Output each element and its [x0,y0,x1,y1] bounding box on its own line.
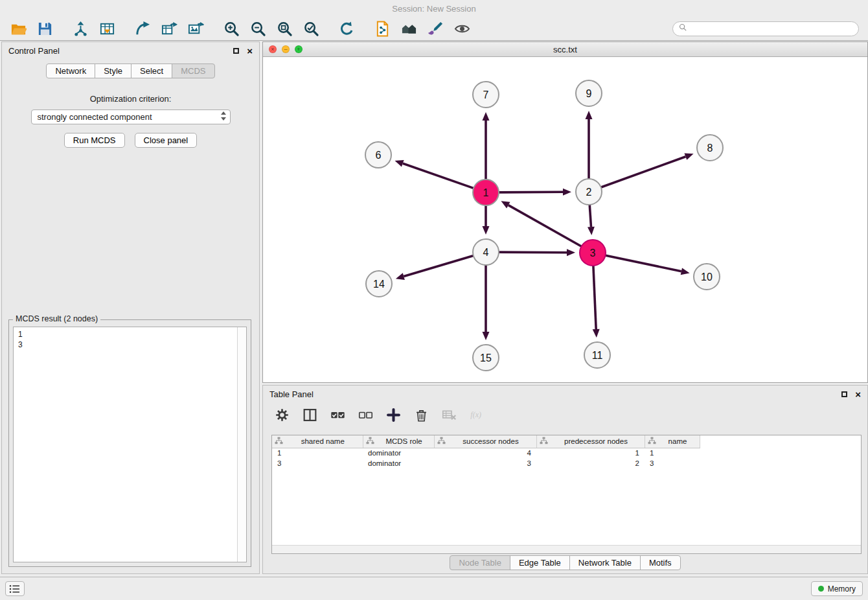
node-10[interactable]: 10 [694,264,720,290]
edge-4-3[interactable] [497,249,575,256]
mcds-result-area[interactable]: 13 [13,327,247,562]
import-network-icon[interactable] [71,19,89,38]
column-type-icon [366,437,374,446]
select-all-icon[interactable] [329,407,346,422]
toolbar-group [222,19,320,38]
table-cell[interactable]: dominator [363,448,434,458]
table-cell[interactable]: 3 [434,458,536,468]
close-window-icon[interactable] [269,45,277,53]
node-4[interactable]: 4 [473,239,499,265]
export-table-icon[interactable] [160,19,178,38]
node-11[interactable]: 11 [584,342,610,368]
deselect-all-icon[interactable] [357,407,374,422]
edge-3-11[interactable] [593,264,600,338]
float-panel-icon[interactable] [233,48,239,54]
column-header-predecessor-nodes[interactable]: predecessor nodes [536,435,645,448]
zoom-out-icon[interactable] [249,19,267,38]
clone-network-icon[interactable] [373,19,391,38]
table-cell[interactable]: 1 [645,448,700,458]
search-box[interactable] [672,21,859,36]
delete-row-icon[interactable] [413,407,429,422]
memory-button[interactable]: Memory [811,581,863,596]
edge-1-7[interactable] [483,112,490,181]
table-cell[interactable]: 3 [272,458,363,468]
criterion-select[interactable]: strongly connected component [31,110,231,124]
tab-mcds[interactable]: MCDS [172,63,214,78]
show-hide-icon[interactable] [453,19,471,38]
edge-3-10[interactable] [604,255,690,275]
minimize-window-icon[interactable] [282,45,290,53]
table-panel-title: Table Panel [269,389,314,399]
save-icon[interactable] [36,19,54,38]
node-8[interactable]: 8 [697,135,723,161]
home-icon[interactable] [400,19,418,38]
export-network-icon[interactable] [133,19,152,38]
import-table-icon[interactable] [98,19,116,38]
table-row[interactable]: 1dominator411 [272,448,700,458]
tab-network-table[interactable]: Network Table [569,555,641,570]
table-cell[interactable]: dominator [363,458,434,468]
table-cell[interactable]: 3 [645,458,700,468]
export-image-icon[interactable] [187,19,205,38]
node-7[interactable]: 7 [473,82,499,108]
table-cell[interactable]: 1 [536,448,645,458]
svg-text:2: 2 [586,187,592,198]
tab-motifs[interactable]: Motifs [640,555,681,570]
edge-3-1[interactable] [501,201,583,247]
table-hscrollbar[interactable] [272,545,861,553]
column-header-successor-nodes[interactable]: successor nodes [434,435,536,448]
svg-text:15: 15 [480,352,492,363]
column-header-shared-name[interactable]: shared name [272,435,363,448]
float-table-panel-icon[interactable] [841,391,847,397]
node-14[interactable]: 14 [366,271,392,297]
zoom-selected-icon[interactable] [302,19,320,38]
node-3[interactable]: 3 [580,240,606,266]
tab-style[interactable]: Style [95,63,131,78]
network-canvas[interactable]: 1234678910111415 [263,57,867,382]
tab-node-table[interactable]: Node Table [450,555,510,570]
node-2[interactable]: 2 [576,179,602,205]
column-selector-icon[interactable] [301,407,318,422]
zoom-window-icon[interactable] [295,45,303,53]
table-panel: Table Panel × f(x) shared nameMCDS roles… [262,385,868,574]
node-15[interactable]: 15 [473,345,499,371]
table-cell[interactable]: 1 [272,448,363,458]
refresh-layout-icon[interactable] [337,19,356,38]
edge-1-4[interactable] [483,204,490,235]
settings-gear-icon[interactable] [273,407,290,422]
close-table-panel-icon[interactable]: × [855,389,861,399]
table-cell[interactable]: 2 [536,458,645,468]
edge-2-9[interactable] [586,111,593,180]
svg-text:3: 3 [590,248,596,259]
zoom-in-icon[interactable] [222,19,240,38]
result-scrollbar[interactable] [237,327,246,562]
edge-1-2[interactable] [497,189,571,196]
search-input[interactable] [691,24,852,33]
zoom-fit-icon[interactable] [275,19,293,38]
add-row-icon[interactable] [385,407,402,422]
tab-edge-table[interactable]: Edge Table [510,555,570,570]
memory-label: Memory [828,584,856,594]
command-panel-icon[interactable] [5,581,25,596]
open-file-icon[interactable] [9,19,27,38]
node-1[interactable]: 1 [473,179,499,205]
node-6[interactable]: 6 [365,142,391,168]
node-9[interactable]: 9 [576,80,602,106]
tab-network[interactable]: Network [46,63,95,78]
column-header-name[interactable]: name [645,435,700,448]
table-row[interactable]: 3dominator323 [272,458,700,468]
close-panel-icon[interactable]: × [247,46,253,56]
edge-4-14[interactable] [396,255,475,280]
edge-4-15[interactable] [483,264,490,340]
edge-1-6[interactable] [395,160,475,189]
column-header-mcds-role[interactable]: MCDS role [363,435,434,448]
toolbar-group [373,19,471,38]
tab-select[interactable]: Select [131,63,172,78]
table-cell[interactable]: 4 [434,448,536,458]
close-panel-button[interactable]: Close panel [135,133,198,148]
edge-2-3[interactable] [588,203,595,235]
run-mcds-button[interactable]: Run MCDS [64,133,125,148]
table-container: shared nameMCDS rolesuccessor nodesprede… [271,435,862,554]
edge-2-8[interactable] [600,154,694,188]
apply-style-icon[interactable] [426,19,444,38]
